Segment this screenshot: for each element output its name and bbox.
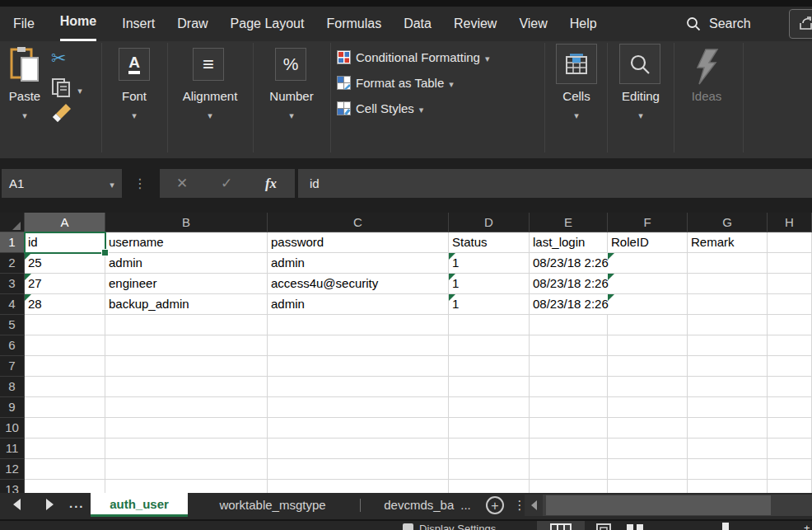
row-header-3[interactable]: 3 xyxy=(0,274,25,294)
hscroll-left-arrow[interactable] xyxy=(525,495,543,516)
cell-D2[interactable]: 1 xyxy=(449,253,530,274)
cell-H2[interactable] xyxy=(768,253,812,274)
cell-C9[interactable] xyxy=(268,397,449,418)
cell-B8[interactable] xyxy=(105,377,268,397)
cell-E5[interactable] xyxy=(530,315,608,335)
format-as-table-dropdown[interactable] xyxy=(449,76,454,90)
column-header-D[interactable]: D xyxy=(449,213,530,232)
row-header-6[interactable]: 6 xyxy=(0,335,25,356)
zoom-slider-handle[interactable] xyxy=(722,523,729,530)
cell-F1[interactable]: RoleID xyxy=(608,232,688,253)
column-header-F[interactable]: F xyxy=(608,213,688,232)
sheet-nav-left-icon[interactable] xyxy=(13,499,21,510)
sheet-tab-worktable-msgtype[interactable]: worktable_msgtype xyxy=(188,493,357,517)
row-header-9[interactable]: 9 xyxy=(0,397,25,418)
cell-B6[interactable] xyxy=(105,335,268,356)
cell-E1[interactable]: last_login xyxy=(530,232,608,253)
cell-D9[interactable] xyxy=(449,397,530,418)
name-box-dropdown[interactable] xyxy=(104,169,120,199)
editing-dropdown[interactable] xyxy=(611,107,670,122)
sheet-tab-auth-user[interactable]: auth_user xyxy=(91,493,188,517)
cell-B5[interactable] xyxy=(105,315,268,335)
cell-F2[interactable] xyxy=(608,253,688,274)
cell-G4[interactable] xyxy=(688,294,768,315)
cell-styles-dropdown[interactable] xyxy=(419,101,424,115)
cell-D10[interactable] xyxy=(449,418,530,439)
share-button[interactable] xyxy=(789,9,812,39)
normal-view-icon[interactable] xyxy=(550,523,572,530)
search-box[interactable]: Search xyxy=(686,7,751,41)
new-sheet-button[interactable] xyxy=(486,496,504,514)
cell-A5[interactable] xyxy=(25,315,105,335)
cell-B4[interactable]: backup_admin xyxy=(105,294,268,315)
column-header-B[interactable]: B xyxy=(105,213,268,232)
row-header-11[interactable]: 11 xyxy=(0,439,25,459)
cell-F4[interactable] xyxy=(608,294,688,315)
cell-E6[interactable] xyxy=(530,335,608,356)
cell-F11[interactable] xyxy=(608,439,688,459)
horizontal-scrollbar-thumb[interactable] xyxy=(546,495,771,515)
cell-D1[interactable]: Status xyxy=(449,232,530,253)
cell-G12[interactable] xyxy=(688,459,768,480)
font-group-button[interactable]: A xyxy=(119,48,150,81)
row-header-13[interactable]: 13 xyxy=(0,480,25,493)
cell-H11[interactable] xyxy=(768,439,812,459)
copy-dropdown[interactable] xyxy=(74,82,86,97)
cell-H6[interactable] xyxy=(768,335,812,356)
paste-button[interactable]: Paste xyxy=(2,89,48,103)
menu-tab-draw[interactable]: Draw xyxy=(177,7,208,41)
menu-tab-view[interactable]: View xyxy=(519,7,547,41)
sheet-tab-devcmds[interactable]: devcmds_ba ... xyxy=(366,493,489,517)
cell-E3[interactable]: 08/23/18 2:26 xyxy=(530,274,608,294)
cell-A10[interactable] xyxy=(25,418,105,439)
cell-E4[interactable]: 08/23/18 2:26 xyxy=(530,294,608,315)
cell-C2[interactable]: admin xyxy=(268,253,449,274)
cell-H1[interactable] xyxy=(768,232,812,253)
cell-G7[interactable] xyxy=(688,356,768,377)
cell-C1[interactable]: password xyxy=(268,232,449,253)
cell-A2[interactable]: 25 xyxy=(25,253,105,274)
cell-F7[interactable] xyxy=(608,356,688,377)
cell-C5[interactable] xyxy=(268,315,449,335)
cell-G9[interactable] xyxy=(688,397,768,418)
sheet-nav-more-icon[interactable] xyxy=(69,493,85,514)
cell-C4[interactable]: admin xyxy=(268,294,449,315)
cell-C6[interactable] xyxy=(268,335,449,356)
select-all-corner[interactable] xyxy=(0,213,25,232)
page-layout-view-icon[interactable] xyxy=(596,523,611,530)
row-header-10[interactable]: 10 xyxy=(0,418,25,439)
cell-D11[interactable] xyxy=(449,439,530,459)
row-header-7[interactable]: 7 xyxy=(0,356,25,377)
cell-D13[interactable] xyxy=(449,480,530,493)
cell-C3[interactable]: access4u@security xyxy=(268,274,449,294)
cells-group-button[interactable] xyxy=(556,44,597,84)
row-header-8[interactable]: 8 xyxy=(0,377,25,397)
cell-B2[interactable]: admin xyxy=(105,253,268,274)
cell-C10[interactable] xyxy=(268,418,449,439)
fill-handle[interactable] xyxy=(101,249,109,256)
sheet-options-icon[interactable] xyxy=(514,495,525,515)
cell-E10[interactable] xyxy=(530,418,608,439)
alignment-group-button[interactable]: ≡ xyxy=(193,48,224,81)
cell-E2[interactable]: 08/23/18 2:26 xyxy=(530,253,608,274)
cell-G3[interactable] xyxy=(688,274,768,294)
cell-B7[interactable] xyxy=(105,356,268,377)
cell-C7[interactable] xyxy=(268,356,449,377)
row-header-1[interactable]: 1 xyxy=(0,232,25,253)
cell-A4[interactable]: 28 xyxy=(25,294,105,315)
paste-dropdown[interactable] xyxy=(2,107,48,122)
cell-F5[interactable] xyxy=(608,315,688,335)
cell-C12[interactable] xyxy=(268,459,449,480)
copy-icon[interactable] xyxy=(51,77,71,97)
cell-D12[interactable] xyxy=(449,459,530,480)
cell-F13[interactable] xyxy=(608,480,688,493)
cell-E11[interactable] xyxy=(530,439,608,459)
cell-H10[interactable] xyxy=(768,418,812,439)
cell-H5[interactable] xyxy=(768,315,812,335)
cell-A13[interactable] xyxy=(25,480,105,493)
cell-B3[interactable]: engineer xyxy=(105,274,268,294)
conditional-formatting-dropdown[interactable] xyxy=(485,50,490,64)
number-group-button[interactable]: % xyxy=(275,48,306,81)
cell-H7[interactable] xyxy=(768,356,812,377)
format-painter-icon[interactable] xyxy=(51,102,72,124)
